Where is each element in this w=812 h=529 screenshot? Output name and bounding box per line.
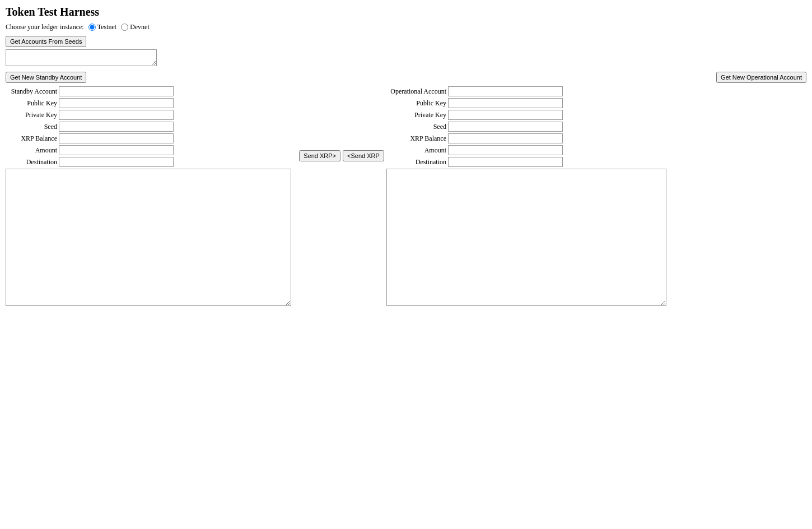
ledger-choice-label: Choose your ledger instance: — [6, 23, 84, 31]
get-new-standby-account-button[interactable]: Get New Standby Account — [6, 72, 86, 83]
op-account-label: Operational Account — [386, 87, 448, 96]
standby-seed-label: Seed — [6, 123, 59, 131]
op-xrp-balance-input[interactable] — [448, 133, 563, 143]
op-seed-label: Seed — [386, 123, 448, 131]
op-amount-label: Amount — [386, 146, 448, 155]
op-seed-row: Seed — [386, 122, 806, 132]
standby-amount-input[interactable] — [59, 145, 174, 155]
standby-log-textarea[interactable] — [6, 169, 291, 306]
standby-column: Get New Standby Account Standby Account … — [6, 72, 297, 308]
seeds-textarea[interactable] — [6, 49, 157, 66]
testnet-text: Testnet — [97, 23, 116, 31]
op-seed-input[interactable] — [448, 122, 563, 132]
devnet-text: Devnet — [130, 23, 150, 31]
standby-xrp-balance-input[interactable] — [59, 133, 174, 143]
op-amount-input[interactable] — [448, 145, 563, 155]
standby-destination-label: Destination — [6, 158, 59, 166]
op-log-textarea[interactable] — [386, 169, 666, 306]
op-xrp-balance-label: XRP Balance — [386, 134, 448, 143]
op-xrp-balance-row: XRP Balance — [386, 133, 806, 143]
send-xrp-button[interactable]: Send XRP> — [299, 150, 340, 161]
op-public-key-row: Public Key — [386, 98, 806, 108]
op-private-key-row: Private Key — [386, 110, 806, 120]
op-amount-row: Amount — [386, 145, 806, 155]
standby-header: Get New Standby Account — [6, 72, 297, 83]
recv-xrp-button[interactable]: <Send XRP — [343, 150, 384, 161]
standby-xrp-balance-label: XRP Balance — [6, 134, 59, 143]
standby-account-input[interactable] — [59, 86, 174, 96]
main-layout: Get New Standby Account Standby Account … — [6, 72, 806, 308]
op-public-key-input[interactable] — [448, 98, 563, 108]
standby-xrp-balance-row: XRP Balance — [6, 133, 297, 143]
standby-seed-input[interactable] — [59, 122, 174, 132]
standby-seed-row: Seed — [6, 122, 297, 132]
operational-column: Get New Operational Account Operational … — [386, 72, 806, 308]
devnet-radio[interactable] — [121, 24, 128, 31]
standby-account-label: Standby Account — [6, 87, 59, 96]
ledger-choice-row: Choose your ledger instance: Testnet Dev… — [6, 23, 806, 31]
standby-amount-label: Amount — [6, 146, 59, 155]
operational-header: Get New Operational Account — [386, 72, 806, 83]
devnet-label[interactable]: Devnet — [121, 23, 150, 31]
standby-public-key-input[interactable] — [59, 98, 174, 108]
standby-public-key-label: Public Key — [6, 99, 59, 108]
standby-private-key-row: Private Key — [6, 110, 297, 120]
standby-amount-row: Amount — [6, 145, 297, 155]
page-title: Token Test Harness — [6, 6, 806, 18]
seeds-section: Get Accounts From Seeds — [6, 36, 806, 66]
op-destination-label: Destination — [386, 158, 448, 166]
standby-public-key-row: Public Key — [6, 98, 297, 108]
standby-destination-input[interactable] — [59, 157, 174, 167]
testnet-label[interactable]: Testnet — [88, 23, 116, 31]
op-private-key-input[interactable] — [448, 110, 563, 120]
standby-destination-row: Destination — [6, 157, 297, 167]
op-public-key-label: Public Key — [386, 99, 448, 108]
op-destination-row: Destination — [386, 157, 806, 167]
op-account-row: Operational Account — [386, 86, 806, 96]
standby-account-row: Standby Account — [6, 86, 297, 96]
op-destination-input[interactable] — [448, 157, 563, 167]
standby-private-key-label: Private Key — [6, 111, 59, 119]
get-new-operational-account-button[interactable]: Get New Operational Account — [716, 72, 806, 83]
send-buttons-container: Send XRP> <Send XRP — [299, 150, 384, 161]
op-private-key-label: Private Key — [386, 111, 448, 119]
middle-column: Send XRP> <Send XRP — [297, 72, 386, 308]
get-accounts-from-seeds-button[interactable]: Get Accounts From Seeds — [6, 36, 86, 47]
testnet-radio[interactable] — [88, 24, 96, 31]
op-account-input[interactable] — [448, 86, 563, 96]
standby-private-key-input[interactable] — [59, 110, 174, 120]
